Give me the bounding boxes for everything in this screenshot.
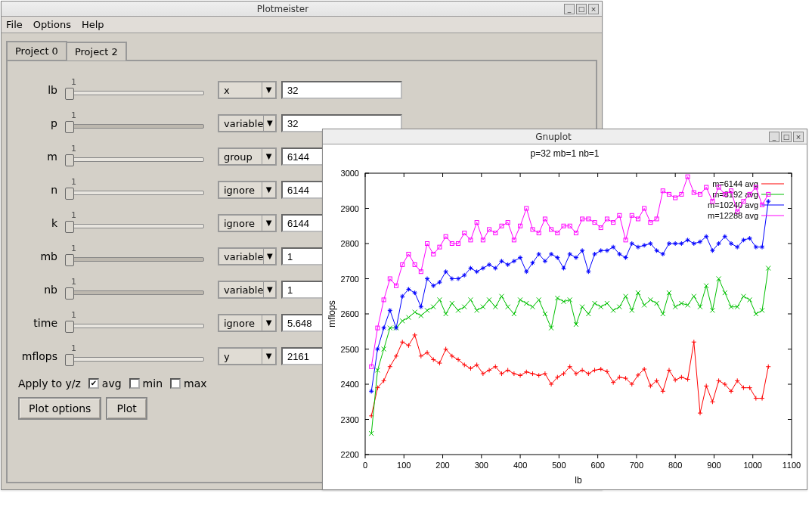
menu-help[interactable]: Help: [82, 19, 104, 30]
svg-text:200: 200: [435, 461, 449, 470]
param-label-n: n: [18, 184, 64, 196]
slider-m[interactable]: 1: [64, 145, 207, 168]
main-title: Plotmeister: [2, 4, 564, 14]
svg-text:3000: 3000: [341, 169, 359, 178]
param-row-lb: lb1x▼: [18, 73, 585, 107]
menu-options[interactable]: Options: [33, 19, 71, 30]
mode-select-m[interactable]: group▼: [218, 147, 277, 166]
slider-mb[interactable]: 1: [64, 245, 207, 268]
svg-text:600: 600: [590, 461, 604, 470]
param-label-nb: nb: [18, 284, 64, 296]
legend-entry: m=10240 avg: [708, 200, 758, 210]
svg-text:2900: 2900: [341, 204, 359, 213]
param-label-m: m: [18, 151, 64, 163]
svg-text:300: 300: [475, 461, 488, 470]
chevron-down-icon: ▼: [262, 216, 275, 231]
legend-entry: m=6144 avg: [712, 179, 758, 188]
maximize-icon[interactable]: □: [576, 4, 587, 14]
check-min[interactable]: [129, 378, 140, 389]
plot-title: Gnuplot: [338, 132, 769, 142]
tab-project-2[interactable]: Project 2: [66, 42, 127, 61]
svg-text:2600: 2600: [341, 309, 359, 318]
mode-select-time[interactable]: ignore▼: [218, 314, 277, 332]
svg-text:0: 0: [363, 461, 367, 470]
plot-options-button[interactable]: Plot options: [18, 397, 101, 420]
main-titlebar[interactable]: Plotmeister _ □ ×: [2, 2, 602, 17]
chevron-down-icon: ▼: [262, 149, 275, 164]
mode-select-n[interactable]: ignore▼: [218, 181, 277, 199]
param-label-lb: lb: [18, 84, 64, 96]
svg-text:500: 500: [552, 461, 566, 470]
chevron-down-icon: ▼: [262, 315, 275, 331]
menu-file[interactable]: File: [6, 19, 23, 30]
mode-select-k[interactable]: ignore▼: [218, 214, 277, 232]
check-label-max: max: [184, 377, 207, 390]
svg-text:800: 800: [668, 461, 682, 470]
slider-n[interactable]: 1: [64, 178, 207, 201]
menubar: File Options Help: [2, 17, 602, 33]
svg-text:1000: 1000: [743, 461, 761, 470]
slider-nb[interactable]: 1: [64, 278, 207, 301]
chevron-down-icon: ▼: [263, 249, 275, 264]
mode-select-nb[interactable]: variable▼: [218, 281, 277, 299]
svg-text:1100: 1100: [783, 461, 801, 470]
slider-lb[interactable]: 1: [64, 79, 207, 101]
svg-text:2800: 2800: [341, 239, 359, 248]
chevron-down-icon: ▼: [263, 282, 275, 297]
chart-svg: p=32 mb=1 nb=101002003004005006007008009…: [323, 144, 807, 489]
apply-label: Apply to y/z: [18, 377, 81, 390]
legend-entry: m=12288 avg: [708, 211, 758, 220]
svg-text:2500: 2500: [341, 345, 359, 354]
plot-titlebar[interactable]: Gnuplot _ □ ×: [323, 129, 807, 144]
param-label-time: time: [18, 317, 64, 329]
svg-text:2200: 2200: [341, 450, 359, 459]
plot-minimize-icon[interactable]: _: [769, 132, 779, 142]
slider-p[interactable]: 1: [64, 112, 207, 135]
chevron-down-icon: ▼: [262, 349, 275, 364]
svg-text:100: 100: [397, 461, 411, 470]
plot-close-icon[interactable]: ×: [793, 132, 804, 142]
minimize-icon[interactable]: _: [564, 4, 575, 14]
param-label-mflops: mflops: [18, 350, 64, 362]
plot-canvas: p=32 mb=1 nb=101002003004005006007008009…: [323, 144, 807, 489]
project-tabs: Project 0 Project 2: [2, 33, 602, 60]
plot-button[interactable]: Plot: [106, 397, 147, 420]
mode-select-p[interactable]: variable▼: [218, 114, 277, 132]
svg-text:2400: 2400: [341, 380, 359, 389]
svg-text:2700: 2700: [341, 275, 359, 284]
close-icon[interactable]: ×: [588, 4, 599, 14]
chevron-down-icon: ▼: [262, 82, 275, 98]
slider-k[interactable]: 1: [64, 212, 207, 234]
svg-text:400: 400: [513, 461, 527, 470]
check-max[interactable]: [170, 378, 181, 389]
chart-title: p=32 mb=1 nb=1: [530, 148, 599, 159]
value-input-lb[interactable]: [281, 81, 402, 99]
chevron-down-icon: ▼: [263, 116, 275, 131]
slider-mflops[interactable]: 1: [64, 345, 207, 368]
check-label-avg: avg: [102, 377, 122, 390]
param-label-p: p: [18, 117, 64, 129]
ylabel: mflops: [327, 300, 337, 327]
check-avg[interactable]: ✔: [88, 378, 99, 389]
check-label-min: min: [143, 377, 163, 390]
gnuplot-window: Gnuplot _ □ × p=32 mb=1 nb=1010020030040…: [322, 129, 807, 490]
param-label-mb: mb: [18, 250, 64, 262]
mode-select-mb[interactable]: variable▼: [218, 247, 277, 265]
svg-text:2300: 2300: [341, 415, 359, 424]
param-label-k: k: [18, 217, 64, 229]
chevron-down-icon: ▼: [262, 182, 275, 197]
svg-text:700: 700: [630, 461, 643, 470]
plot-maximize-icon[interactable]: □: [781, 132, 792, 142]
tab-project-0[interactable]: Project 0: [6, 41, 67, 60]
mode-select-lb[interactable]: x▼: [218, 81, 277, 99]
mode-select-mflops[interactable]: y▼: [218, 347, 277, 365]
slider-time[interactable]: 1: [64, 312, 207, 334]
svg-text:900: 900: [707, 461, 721, 470]
xlabel: lb: [575, 475, 582, 486]
